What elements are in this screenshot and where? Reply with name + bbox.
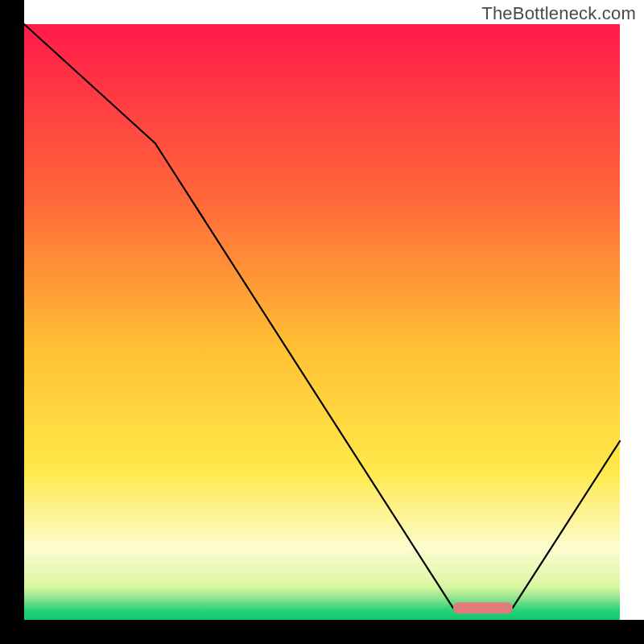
optimal-range-marker [453, 602, 513, 613]
chart-svg [0, 0, 644, 644]
axis-bottom [0, 620, 644, 644]
watermark-label: TheBottleneck.com [481, 3, 636, 24]
axis-left [0, 0, 24, 644]
plot-area [24, 24, 620, 620]
chart-container: TheBottleneck.com [0, 0, 644, 644]
